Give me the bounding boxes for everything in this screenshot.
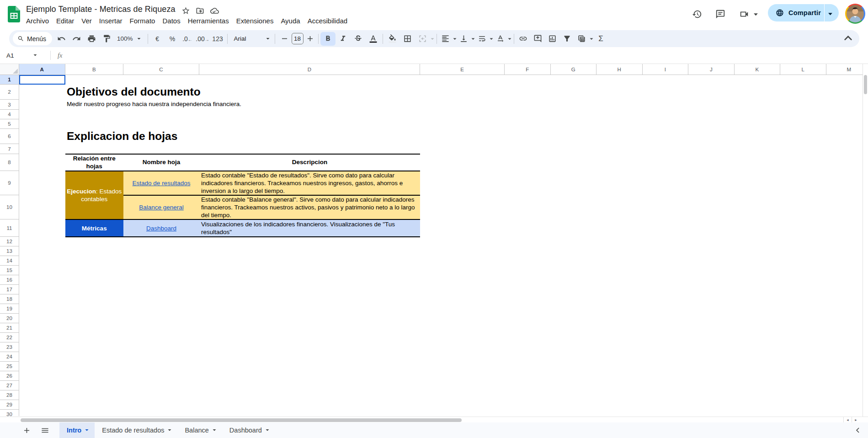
- column-header-J[interactable]: J: [688, 64, 735, 75]
- increase-font-size-button[interactable]: [304, 32, 316, 46]
- menu-formato[interactable]: Formato: [126, 16, 159, 26]
- row-header-15[interactable]: 15: [0, 266, 19, 275]
- font-family-control[interactable]: Arial: [229, 32, 273, 46]
- decrease-font-size-button[interactable]: [279, 32, 291, 46]
- column-header-H[interactable]: H: [596, 64, 643, 75]
- row-header-9[interactable]: 9: [0, 171, 19, 195]
- table-cell-ejecucion[interactable]: Ejecucion: Estados contables: [65, 171, 124, 219]
- meet-video-icon[interactable]: [739, 9, 749, 19]
- column-header-F[interactable]: F: [505, 64, 551, 75]
- sheet-tab-caret-icon[interactable]: [212, 428, 217, 433]
- table-header-nombre[interactable]: Nombre hoja: [123, 154, 199, 171]
- print-button[interactable]: [84, 32, 99, 46]
- bold-button[interactable]: [320, 32, 335, 46]
- row-header-29[interactable]: 29: [0, 400, 19, 410]
- font-size-input[interactable]: 18: [292, 33, 304, 44]
- menu-ayuda[interactable]: Ayuda: [277, 16, 304, 26]
- all-sheets-button[interactable]: [37, 423, 53, 437]
- insert-comment-button[interactable]: [531, 32, 545, 46]
- column-header-G[interactable]: G: [551, 64, 597, 75]
- column-header-K[interactable]: K: [735, 64, 781, 75]
- vertical-scrollbar-thumb[interactable]: [864, 75, 867, 94]
- table-cell-metricas[interactable]: Métricas: [65, 219, 124, 237]
- column-header-C[interactable]: C: [123, 64, 199, 75]
- row-header-23[interactable]: 23: [0, 342, 19, 352]
- tabbar-chevron-icon[interactable]: [853, 426, 863, 435]
- sheet-tab-caret-icon[interactable]: [265, 428, 270, 433]
- merge-cells-button[interactable]: [415, 32, 430, 46]
- menu-accesibilidad[interactable]: Accesibilidad: [304, 16, 351, 26]
- number-format-button[interactable]: 123: [210, 32, 225, 46]
- row-header-7[interactable]: 7: [0, 144, 19, 154]
- row-header-12[interactable]: 12: [0, 237, 19, 246]
- cell-text-doc-subtitle[interactable]: Medir nuestro progreso hacia nuestra ind…: [67, 101, 241, 107]
- row-header-22[interactable]: 22: [0, 333, 19, 342]
- column-header-A[interactable]: A: [19, 64, 65, 75]
- horizontal-scrollbar-thumb[interactable]: [21, 418, 462, 422]
- decrease-decimals-button[interactable]: .0←: [180, 32, 195, 46]
- active-cell-selection[interactable]: [19, 75, 65, 85]
- row-header-17[interactable]: 17: [0, 285, 19, 294]
- comments-icon[interactable]: [715, 9, 725, 19]
- functions-button[interactable]: Σ: [594, 32, 608, 46]
- row-header-4[interactable]: 4: [0, 110, 19, 119]
- row-header-3[interactable]: 3: [0, 100, 19, 110]
- sheet-tab-dashboard[interactable]: Dashboard: [222, 422, 275, 438]
- sheet-tab-caret-icon[interactable]: [167, 428, 172, 433]
- row-header-14[interactable]: 14: [0, 256, 19, 266]
- table-header-relacion[interactable]: Relación entre hojas: [65, 154, 124, 171]
- row-headers[interactable]: 1234567891011121314151617181920212223242…: [0, 75, 19, 416]
- share-caret-icon[interactable]: [828, 11, 833, 16]
- namebox-caret-icon[interactable]: [33, 53, 37, 58]
- cloud-saved-icon[interactable]: [210, 6, 219, 15]
- column-header-I[interactable]: I: [643, 64, 689, 75]
- create-filter-button[interactable]: [560, 32, 575, 46]
- text-wrap-button[interactable]: [475, 32, 489, 46]
- column-header-D[interactable]: D: [199, 64, 420, 75]
- cell-text-doc-title[interactable]: Objetivos del documento: [67, 85, 201, 98]
- menu-archivo[interactable]: Archivo: [22, 16, 53, 26]
- merge-caret-icon[interactable]: [430, 32, 435, 46]
- table-cell-desc-estado[interactable]: Estado contable "Estado de resultados". …: [199, 171, 420, 195]
- column-header-B[interactable]: B: [65, 64, 124, 75]
- menu-editar[interactable]: Editar: [53, 16, 78, 26]
- horizontal-align-caret-icon[interactable]: [453, 32, 457, 46]
- menu-insertar[interactable]: Insertar: [96, 16, 126, 26]
- redo-button[interactable]: [69, 32, 84, 46]
- version-history-icon[interactable]: [692, 9, 702, 19]
- row-header-20[interactable]: 20: [0, 314, 19, 323]
- table-cell-desc-balance[interactable]: Estado contable "Balance general". Sirve…: [199, 195, 420, 219]
- row-header-13[interactable]: 13: [0, 246, 19, 256]
- row-header-21[interactable]: 21: [0, 323, 19, 333]
- menu-ver[interactable]: Ver: [78, 16, 96, 26]
- table-cell-desc-dashboard[interactable]: Visualizaciones de los indicadores finan…: [199, 219, 420, 237]
- text-color-button[interactable]: [366, 32, 381, 46]
- column-header-M[interactable]: M: [826, 64, 863, 75]
- name-box[interactable]: A1: [0, 52, 47, 59]
- column-header-L[interactable]: L: [780, 64, 826, 75]
- cell-reference[interactable]: A1: [6, 52, 33, 59]
- move-folder-icon[interactable]: [196, 6, 204, 15]
- row-header-30[interactable]: 30: [0, 410, 19, 416]
- row-header-2[interactable]: 2: [0, 85, 19, 100]
- insert-chart-button[interactable]: [545, 32, 560, 46]
- document-title[interactable]: Ejemplo Template - Metricas de Riqueza: [26, 5, 176, 14]
- menu-extensiones[interactable]: Extensiones: [233, 16, 277, 26]
- sheet-tab-estado-de-resultados[interactable]: Estado de resultados: [95, 422, 177, 438]
- horizontal-scrollbar[interactable]: ◄ ►: [0, 417, 868, 422]
- row-header-11[interactable]: 11: [0, 219, 19, 237]
- fill-color-button[interactable]: [385, 32, 400, 46]
- sheet-tab-balance[interactable]: Balance: [177, 422, 222, 438]
- share-button[interactable]: Compartir: [768, 4, 839, 21]
- select-all-corner[interactable]: [0, 64, 19, 75]
- menu-herramientas[interactable]: Herramientas: [184, 16, 233, 26]
- zoom-control[interactable]: 100%: [114, 32, 146, 46]
- menu-datos[interactable]: Datos: [159, 16, 184, 26]
- table-cell-link-balance[interactable]: Balance general: [123, 195, 199, 219]
- sheet-tab-intro[interactable]: Intro: [59, 422, 95, 438]
- text-rotation-button[interactable]: [494, 32, 507, 46]
- row-header-10[interactable]: 10: [0, 195, 19, 219]
- column-headers[interactable]: ABCDEFGHIJKLM: [19, 64, 863, 75]
- paint-format-button[interactable]: [99, 32, 114, 46]
- strikethrough-button[interactable]: [351, 32, 366, 46]
